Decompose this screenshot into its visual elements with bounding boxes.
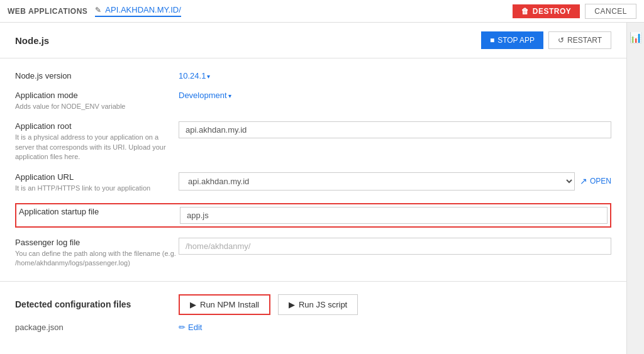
restart-button[interactable]: ↺ RESTART bbox=[548, 31, 611, 49]
app-mode-label-col: Application mode Adds value for NODE_ENV… bbox=[15, 91, 179, 111]
app-url-control: api.akhdan.my.id ↗ OPEN bbox=[179, 172, 611, 191]
form-section: Node.js version 10.24.1▾ Application mod… bbox=[0, 58, 626, 282]
web-applications-label: WEB APPLICATIONS bbox=[8, 7, 87, 16]
app-root-control[interactable] bbox=[179, 121, 611, 138]
edit-button[interactable]: ✏ Edit bbox=[179, 323, 202, 332]
run-npm-install-button[interactable]: ▶ Run NPM Install bbox=[179, 294, 270, 315]
passenger-log-label: Passenger log file bbox=[15, 238, 80, 247]
topbar-left: WEB APPLICATIONS ✎ API.AKHDAN.MY.ID/ bbox=[8, 5, 181, 17]
topbar: WEB APPLICATIONS ✎ API.AKHDAN.MY.ID/ 🗑 D… bbox=[0, 0, 644, 23]
stop-label: STOP APP bbox=[497, 36, 535, 45]
nodejs-version-control: 10.24.1▾ bbox=[179, 71, 611, 80]
nodejs-version-value[interactable]: 10.24.1▾ bbox=[179, 71, 210, 80]
app-url-sublabel: It is an HTTP/HTTPS link to your applica… bbox=[15, 184, 179, 193]
chart-icon[interactable]: 📊 bbox=[626, 28, 645, 47]
config-actions: ▶ Run NPM Install ▶ Run JS script bbox=[179, 294, 358, 315]
mode-caret: ▾ bbox=[228, 92, 231, 99]
config-files-row: package.json ✏ Edit bbox=[15, 323, 611, 332]
run-npm-label: Run NPM Install bbox=[200, 300, 259, 309]
passenger-log-input[interactable] bbox=[179, 238, 611, 255]
startup-file-input[interactable] bbox=[180, 207, 608, 224]
startup-file-label: Application startup file bbox=[19, 207, 99, 216]
open-label: OPEN bbox=[590, 177, 611, 185]
topbar-right: 🗑 DESTROY CANCEL bbox=[513, 4, 636, 19]
pencil-icon: ✎ bbox=[95, 6, 101, 14]
edit-label: Edit bbox=[188, 323, 202, 332]
nodejs-version-label: Node.js version bbox=[15, 71, 72, 80]
url-input-group: api.akhdan.my.id ↗ OPEN bbox=[179, 172, 611, 191]
app-root-input[interactable] bbox=[179, 121, 611, 138]
restart-icon: ↺ bbox=[558, 36, 564, 45]
passenger-log-row: Passenger log file You can define the pa… bbox=[15, 238, 611, 268]
passenger-log-label-col: Passenger log file You can define the pa… bbox=[15, 238, 179, 268]
run-js-label: Run JS script bbox=[299, 300, 347, 309]
app-mode-control: Development▾ bbox=[179, 91, 611, 100]
app-mode-row: Application mode Adds value for NODE_ENV… bbox=[15, 91, 611, 111]
app-url-label-col: Application URL It is an HTTP/HTTPS link… bbox=[15, 172, 179, 193]
run-js-script-button[interactable]: ▶ Run JS script bbox=[278, 294, 358, 315]
stop-icon: ■ bbox=[490, 36, 494, 45]
nodejs-version-label-col: Node.js version bbox=[15, 71, 179, 80]
destroy-button[interactable]: 🗑 DESTROY bbox=[513, 4, 580, 18]
app-root-sublabel: It is a physical address to your applica… bbox=[15, 133, 179, 162]
app-root-label: Application root bbox=[15, 121, 72, 131]
passenger-log-sublabel: You can define the path along with the f… bbox=[15, 249, 179, 268]
right-sidebar: 📊 bbox=[626, 23, 644, 354]
config-file-name: package.json bbox=[15, 323, 179, 332]
config-title: Detected configuration files bbox=[15, 299, 179, 309]
config-header-row: Detected configuration files ▶ Run NPM I… bbox=[15, 294, 611, 315]
breadcrumb[interactable]: ✎ API.AKHDAN.MY.ID/ bbox=[95, 5, 180, 17]
open-url-button[interactable]: ↗ OPEN bbox=[580, 176, 611, 186]
open-external-icon: ↗ bbox=[580, 176, 587, 186]
app-mode-sublabel: Adds value for NODE_ENV variable bbox=[15, 102, 179, 111]
nodejs-actions: ■ STOP APP ↺ RESTART bbox=[481, 31, 611, 49]
destroy-label: DESTROY bbox=[533, 7, 572, 16]
app-url-select[interactable]: api.akhdan.my.id bbox=[179, 172, 575, 191]
trash-icon: 🗑 bbox=[521, 7, 530, 16]
play-js-icon: ▶ bbox=[289, 300, 295, 309]
app-root-row: Application root It is a physical addres… bbox=[15, 121, 611, 162]
cancel-button[interactable]: CANCEL bbox=[585, 4, 636, 19]
version-caret: ▾ bbox=[207, 73, 210, 80]
app-mode-value[interactable]: Development▾ bbox=[179, 91, 231, 100]
stop-app-button[interactable]: ■ STOP APP bbox=[481, 31, 543, 49]
startup-file-control[interactable] bbox=[180, 207, 610, 224]
nodejs-title: Node.js bbox=[15, 35, 49, 46]
app-url-row: Application URL It is an HTTP/HTTPS link… bbox=[15, 172, 611, 193]
nodejs-version-row: Node.js version 10.24.1▾ bbox=[15, 71, 611, 80]
app-mode-label: Application mode bbox=[15, 91, 78, 100]
breadcrumb-text: API.AKHDAN.MY.ID/ bbox=[105, 5, 180, 14]
edit-icon: ✏ bbox=[179, 323, 186, 332]
play-icon: ▶ bbox=[190, 300, 196, 309]
main-container: Node.js ■ STOP APP ↺ RESTART Node.js ver… bbox=[0, 23, 644, 354]
passenger-log-control[interactable] bbox=[179, 238, 611, 255]
content-area: Node.js ■ STOP APP ↺ RESTART Node.js ver… bbox=[0, 23, 626, 354]
app-root-label-col: Application root It is a physical addres… bbox=[15, 121, 179, 162]
app-url-label: Application URL bbox=[15, 172, 74, 182]
config-section: Detected configuration files ▶ Run NPM I… bbox=[0, 282, 626, 345]
nodejs-section: Node.js ■ STOP APP ↺ RESTART bbox=[0, 23, 626, 58]
restart-label: RESTART bbox=[567, 36, 602, 45]
startup-file-row: Application startup file bbox=[15, 203, 611, 228]
startup-file-label-col: Application startup file bbox=[16, 207, 180, 216]
